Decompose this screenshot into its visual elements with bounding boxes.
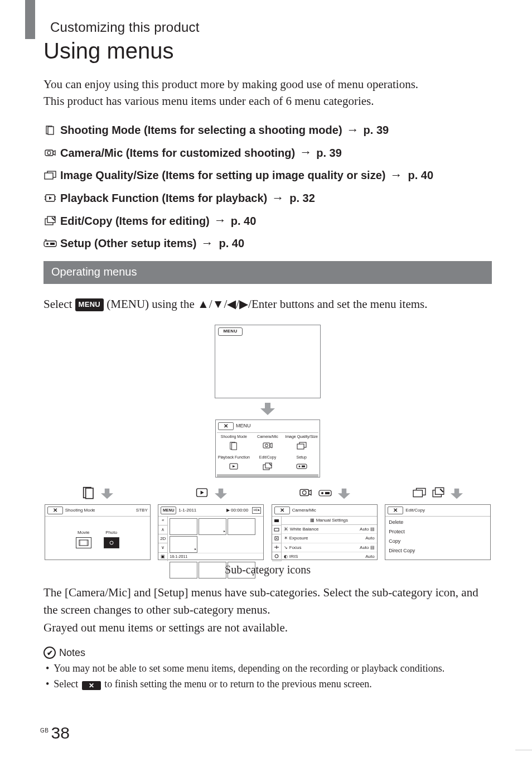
intro-line-2: This product has various menu items unde… bbox=[43, 94, 374, 108]
page-num: 38 bbox=[51, 725, 69, 741]
text-buttons: ▲/▼/◀/▶/Enter buttons and set the menu i… bbox=[197, 297, 427, 311]
svg-rect-42 bbox=[325, 492, 330, 494]
svg-rect-18 bbox=[232, 443, 237, 450]
thumb-icon: ▸ bbox=[195, 546, 196, 552]
setup-icon bbox=[296, 461, 307, 472]
list-item: Direct Copy bbox=[389, 547, 487, 555]
svg-point-35 bbox=[110, 541, 113, 544]
close-icon: ✕ bbox=[47, 507, 63, 514]
svg-rect-26 bbox=[265, 463, 272, 468]
svg-rect-1 bbox=[48, 127, 54, 134]
note-item: Select ✕ to finish setting the menu or t… bbox=[46, 677, 492, 692]
panel-camera-mic: ✕Camera/Mic ▦ Manual Settings 🞻White Bal… bbox=[272, 504, 378, 560]
text-mid: (MENU) using the bbox=[107, 297, 197, 311]
cat-page: p. 32 bbox=[289, 191, 315, 205]
panel-title: Camera/Mic bbox=[292, 508, 316, 513]
playback-icon bbox=[195, 486, 209, 501]
movie-icon bbox=[76, 537, 91, 548]
note-text-pre: Select bbox=[54, 678, 80, 690]
note-text: You may not be able to set some menu ite… bbox=[54, 661, 444, 677]
close-icon: ✕ bbox=[388, 507, 403, 514]
setting-row: ◐IRISAuto bbox=[282, 552, 377, 561]
para-2: Grayed out menu items or settings are no… bbox=[43, 621, 288, 634]
cat-playback: Playback Function (Items for playback) →… bbox=[43, 190, 492, 206]
cat-page: p. 40 bbox=[231, 214, 257, 228]
menu-pill: MENU bbox=[218, 327, 243, 336]
svg-point-39 bbox=[302, 491, 306, 495]
arrow-icon: → bbox=[299, 144, 312, 161]
svg-rect-49 bbox=[413, 490, 422, 497]
down-arrow-icon bbox=[451, 488, 463, 499]
svg-point-3 bbox=[47, 151, 51, 155]
section-marker bbox=[25, 0, 35, 39]
shooting-mode-icon bbox=[82, 486, 95, 502]
camera-mic-icon bbox=[263, 440, 273, 451]
cat-label: Playback Function (Items for playback) bbox=[60, 191, 267, 205]
thumb-icon: ▸ bbox=[253, 572, 254, 577]
shooting-mode-icon bbox=[229, 440, 238, 451]
thumbnail bbox=[170, 518, 197, 535]
panel-shooting-mode: ✕Shooting ModeSTBY Movie Photo bbox=[45, 504, 151, 560]
standby-label: STBY bbox=[136, 508, 148, 513]
timecode: ▶ 00:00:00 bbox=[226, 508, 248, 513]
subcat-icon bbox=[272, 543, 281, 552]
cat-edit-copy: Edit/Copy (Items for editing) → p. 40 bbox=[43, 213, 492, 229]
svg-marker-37 bbox=[201, 490, 204, 494]
svg-rect-29 bbox=[302, 465, 305, 467]
svg-rect-22 bbox=[297, 444, 304, 449]
col-shooting: ✕Shooting ModeSTBY Movie Photo bbox=[43, 485, 152, 560]
list-item: Delete bbox=[389, 518, 487, 526]
list-item: Copy bbox=[389, 537, 487, 545]
image-quality-icon bbox=[413, 488, 426, 500]
subcat-icon bbox=[272, 525, 281, 534]
notes-list: You may not be able to set some menu ite… bbox=[43, 661, 492, 692]
side-btn: ∧ bbox=[158, 525, 167, 534]
setup-icon bbox=[318, 488, 332, 499]
cat-camera-mic: Camera/Mic (Items for customized shootin… bbox=[43, 144, 492, 161]
svg-point-20 bbox=[265, 444, 268, 447]
row-icon: ↘ bbox=[284, 545, 288, 551]
row-value: Auto bbox=[365, 536, 374, 541]
col-camera-setup: ✕Camera/Mic ▦ Manual Settings 🞻White Bal… bbox=[270, 485, 379, 560]
side-btn: ∨ bbox=[158, 543, 167, 552]
setting-row: ↘FocusAuto ▤ bbox=[282, 543, 377, 553]
thumb-icon: ▸ bbox=[224, 528, 225, 534]
page-title: Using menus bbox=[43, 38, 492, 64]
para-1: The [Camera/Mic] and [Setup] menus have … bbox=[43, 586, 478, 617]
cat-label: Setup (Other setup items) bbox=[60, 236, 196, 250]
cell-label: Edit/Copy bbox=[259, 455, 276, 460]
thumbnail: ▸ bbox=[170, 536, 197, 553]
thumbnail bbox=[170, 562, 197, 578]
side-btn: 2D bbox=[158, 534, 167, 543]
thumbnail bbox=[199, 562, 226, 578]
svg-rect-33 bbox=[79, 540, 81, 546]
row-name: Focus bbox=[289, 545, 358, 551]
row-icon: ☀ bbox=[284, 536, 288, 541]
text-pre: Select bbox=[43, 297, 75, 311]
menu-figure: MENU ✕ MENU Shooting Mode Camera/Mic Ima… bbox=[43, 325, 492, 478]
playback-icon bbox=[229, 461, 239, 472]
body-paragraph: The [Camera/Mic] and [Setup] menus have … bbox=[43, 584, 492, 637]
thumbnail: ▸ bbox=[228, 562, 255, 578]
close-icon: ✕ bbox=[274, 507, 290, 514]
photo-icon bbox=[104, 537, 119, 548]
down-arrow-icon bbox=[260, 403, 275, 417]
setup-icon bbox=[43, 238, 57, 249]
svg-rect-9 bbox=[45, 199, 46, 200]
cat-page: p. 39 bbox=[364, 123, 389, 137]
arrow-icon: → bbox=[201, 235, 213, 252]
row-name: IRIS bbox=[289, 554, 364, 560]
intro-text: You can enjoy using this product more by… bbox=[43, 76, 492, 110]
row-icon: ◐ bbox=[284, 554, 288, 560]
lcd-screen-1: MENU bbox=[215, 325, 321, 398]
svg-point-28 bbox=[298, 465, 300, 467]
figure-caption: Sub-category icons bbox=[43, 563, 492, 576]
svg-marker-7 bbox=[49, 196, 52, 200]
playback-icon bbox=[43, 192, 57, 204]
date1: 1-1-2011 bbox=[178, 508, 196, 513]
panel-edit-copy: ✕Edit/Copy Delete Protect Copy Direct Co… bbox=[385, 504, 491, 560]
category-list: Shooting Mode (Items for selecting a sho… bbox=[43, 122, 492, 252]
edit-copy-icon bbox=[263, 461, 273, 472]
chapter-title: Customizing this product bbox=[50, 20, 492, 35]
down-arrow-icon bbox=[215, 488, 227, 499]
